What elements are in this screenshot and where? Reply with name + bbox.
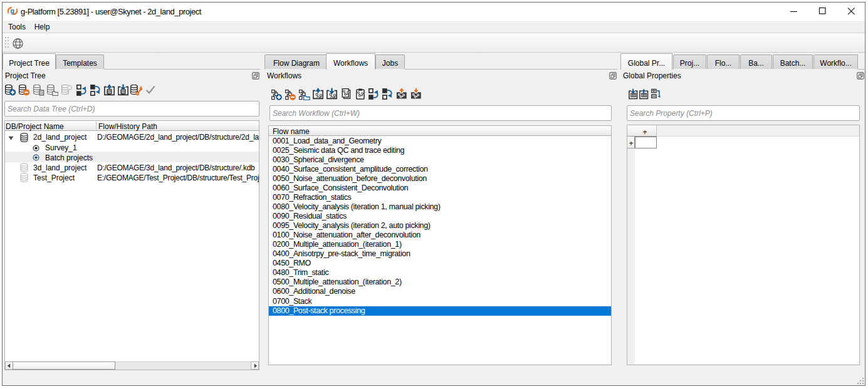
svg-text:g: g <box>11 7 14 14</box>
